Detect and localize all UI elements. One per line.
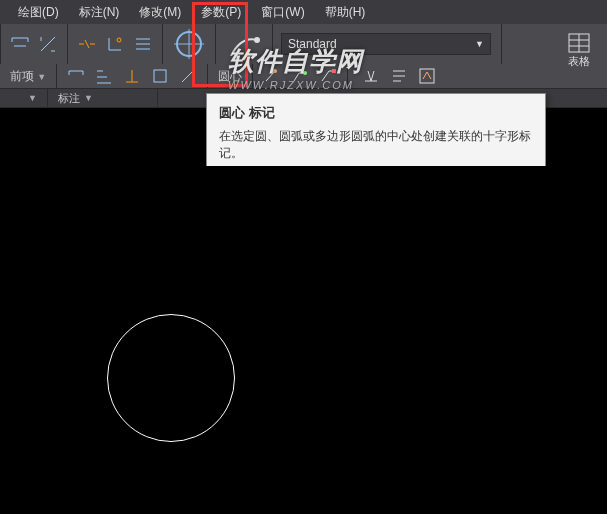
menu-bar: 绘图(D) 标注(N) 修改(M) 参数(P) 窗口(W) 帮助(H): [0, 0, 607, 24]
standard-select-value: Standard: [288, 37, 337, 51]
svg-point-4: [254, 37, 260, 43]
mtext-style-1-icon[interactable]: [358, 63, 384, 89]
drawing-canvas[interactable]: [0, 166, 607, 514]
dim-break-icon[interactable]: [74, 31, 100, 57]
chevron-down-icon[interactable]: ▼: [28, 93, 37, 103]
dim-edit-2-icon[interactable]: [147, 63, 173, 89]
dim-tool-2-icon[interactable]: [35, 31, 61, 57]
menu-help[interactable]: 帮助(H): [315, 4, 376, 21]
ribbon-row-1: Standard ▼ 表格: [0, 24, 607, 64]
dim-oblique-icon[interactable]: [175, 63, 201, 89]
chevron-down-icon: ▼: [37, 72, 46, 82]
tooltip-title: 圆心 标记: [219, 104, 533, 122]
table-icon: [567, 32, 591, 54]
dim-edit-1-icon[interactable]: [119, 63, 145, 89]
menu-dimension[interactable]: 标注(N): [69, 4, 130, 21]
svg-point-11: [303, 71, 307, 75]
leader-button[interactable]: [222, 31, 266, 57]
svg-rect-12: [332, 69, 336, 73]
center-mark-button[interactable]: [167, 22, 211, 66]
leader-sub-2-icon[interactable]: [287, 63, 313, 89]
svg-point-0: [117, 38, 121, 42]
baseline-dim-icon[interactable]: [91, 63, 117, 89]
chevron-down-icon: ▼: [84, 93, 93, 103]
continue-dim-icon[interactable]: [63, 63, 89, 89]
svg-point-10: [273, 69, 277, 73]
menu-params[interactable]: 参数(P): [191, 4, 251, 21]
dim-adjust-icon[interactable]: [102, 31, 128, 57]
tooltip-desc: 在选定圆、圆弧或多边形圆弧的中心处创建关联的十字形标记。: [219, 128, 533, 162]
ribbon-row-2: 前项 ▼ 圆心: [0, 64, 607, 88]
mtext-style-3-icon[interactable]: [414, 63, 440, 89]
leader-sub-3-icon[interactable]: [315, 63, 341, 89]
menu-modify[interactable]: 修改(M): [129, 4, 191, 21]
previous-label[interactable]: 前项 ▼: [0, 68, 56, 85]
svg-rect-9: [154, 70, 166, 82]
circle-entity: [107, 314, 235, 442]
mtext-style-2-icon[interactable]: [386, 63, 412, 89]
dim-tool-1-icon[interactable]: [7, 31, 33, 57]
dim-space-icon[interactable]: [130, 31, 156, 57]
leader-sub-1-icon[interactable]: [259, 63, 285, 89]
chevron-down-icon: ▼: [475, 39, 484, 49]
center-mark-label: 圆心: [208, 68, 252, 85]
standard-select[interactable]: Standard ▼: [281, 33, 491, 55]
menu-window[interactable]: 窗口(W): [251, 4, 314, 21]
menu-draw[interactable]: 绘图(D): [8, 4, 69, 21]
panel-dim[interactable]: 标注 ▼: [48, 89, 158, 107]
